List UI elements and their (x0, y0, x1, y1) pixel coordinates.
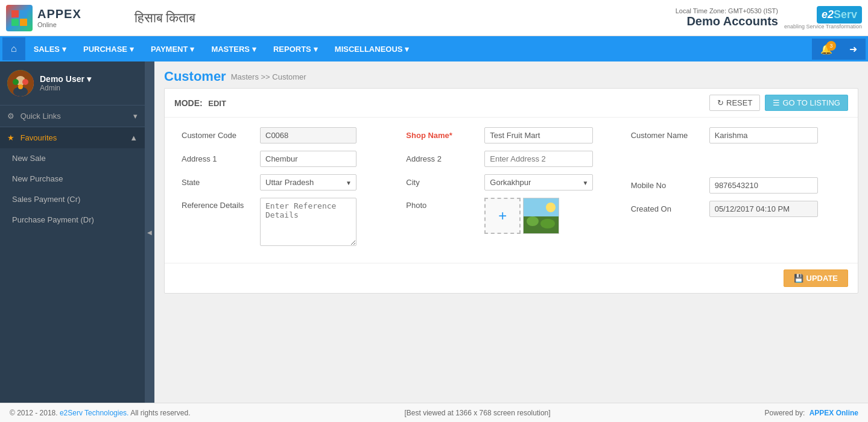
quick-links-header[interactable]: ⚙ Quick Links ▾ (0, 106, 145, 127)
svg-point-8 (22, 79, 28, 85)
svg-rect-1 (20, 10, 27, 17)
breadcrumb: Masters >> Customer (231, 72, 306, 81)
top-right: Local Time Zone: GMT+0530 (IST) Demo Acc… (676, 6, 862, 30)
address1-input[interactable] (260, 151, 356, 167)
sales-dropdown-icon: ▾ (62, 45, 66, 54)
state-label: State (182, 178, 260, 187)
sidebar-item-new-sale[interactable]: New Sale (0, 148, 145, 169)
address1-label: Address 1 (182, 154, 260, 163)
reset-button[interactable]: ↻ RESET (709, 95, 760, 111)
shop-name-input[interactable] (484, 127, 593, 143)
update-icon: 💾 (794, 274, 803, 283)
photo-label: Photo (406, 198, 484, 210)
address1-group: Address 1 (182, 151, 391, 167)
customer-code-group: Customer Code (182, 127, 391, 143)
exit-button[interactable]: ➜ (841, 39, 866, 60)
e2serv-logo: e2Serv (817, 6, 862, 24)
svg-point-7 (13, 79, 19, 85)
update-button[interactable]: 💾 UPDATE (784, 269, 848, 287)
logo-online: Online (37, 21, 81, 28)
footer-left: © 2012 - 2018. e2Serv Technologies. All … (10, 409, 191, 417)
user-area: Demo User ▾ Admin (0, 61, 145, 106)
svg-point-14 (540, 219, 555, 228)
city-label: City (406, 178, 484, 187)
photo-group: Photo + (406, 198, 616, 234)
quick-links-label: ⚙ Quick Links (7, 112, 61, 121)
mode-info: MODE: EDIT (174, 98, 226, 108)
purchase-dropdown-icon: ▾ (130, 45, 134, 54)
shop-name-group: Shop Name* (406, 127, 616, 143)
home-button[interactable]: ⌂ (2, 37, 25, 60)
nav-purchase[interactable]: PURCHASE ▾ (75, 36, 142, 61)
logo-area: APPEX Online हिसाब किताब (6, 5, 195, 31)
top-bar: APPEX Online हिसाब किताब Local Time Zone… (0, 0, 868, 36)
sidebar-item-sales-payment[interactable]: Sales Payment (Cr) (0, 189, 145, 210)
header-actions: ↻ RESET ☰ GO TO LISTING (709, 95, 848, 111)
nav-sales[interactable]: SALES ▾ (25, 36, 75, 61)
logo-text: APPEX Online (37, 7, 81, 28)
user-name[interactable]: Demo User ▾ (40, 74, 91, 84)
company-link[interactable]: e2Serv Technologies. (60, 409, 129, 417)
created-on-input (709, 201, 818, 217)
footer-right: Powered by: APPEX Online (765, 409, 858, 417)
footer: © 2012 - 2018. e2Serv Technologies. All … (0, 403, 868, 422)
customer-name-group: Customer Name (631, 127, 841, 143)
created-on-group: Created On (631, 201, 841, 217)
mobile-label: Mobile No (631, 181, 709, 190)
form-col-2: Shop Name* Address 2 City Gorkakhpur (399, 127, 623, 253)
reference-details-group: Reference Details (182, 198, 391, 246)
sidebar-item-purchase-payment[interactable]: Purchase Payment (Dr) (0, 210, 145, 230)
payment-dropdown-icon: ▾ (190, 45, 194, 54)
spacer-row (631, 151, 841, 177)
main-layout: Demo User ▾ Admin ⚙ Quick Links ▾ ★ Favo… (0, 61, 868, 403)
form-col-1: Customer Code Address 1 State Uttar Prad (174, 127, 399, 253)
quick-links-collapse-icon: ▾ (133, 112, 138, 121)
address2-label: Address 2 (406, 154, 484, 163)
page-header: Customer Masters >> Customer (154, 61, 868, 88)
page-title: Customer (164, 69, 226, 84)
city-select[interactable]: Gorkakhpur Mumbai Delhi (484, 174, 593, 191)
favourites-label: ★ Favourites (7, 133, 57, 142)
state-select[interactable]: Uttar Pradesh Maharashtra Gujarat Delhi (260, 174, 356, 191)
e2serv-sub: enabling Service Transformation (784, 24, 862, 30)
state-group: State Uttar Pradesh Maharashtra Gujarat … (182, 174, 391, 191)
timezone: Local Time Zone: GMT+0530 (IST) (676, 7, 778, 14)
address2-input[interactable] (484, 151, 593, 167)
reports-dropdown-icon: ▾ (314, 45, 318, 54)
form-grid: Customer Code Address 1 State Uttar Prad (174, 127, 848, 253)
app-title: हिसाब किताब (135, 10, 196, 26)
content-area: Customer Masters >> Customer MODE: EDIT … (154, 61, 868, 403)
footer-logo: APPEX Online (809, 409, 858, 417)
photo-preview (523, 198, 559, 234)
shop-name-label: Shop Name* (406, 131, 484, 140)
nav-reports[interactable]: REPORTS ▾ (265, 36, 326, 61)
reference-details-label: Reference Details (182, 198, 260, 210)
nav-payment[interactable]: PAYMENT ▾ (142, 36, 203, 61)
nav-masters[interactable]: MASTERS ▾ (203, 36, 265, 61)
favourites-collapse-icon: ▲ (130, 133, 138, 142)
mobile-input[interactable] (709, 177, 818, 194)
favourites-header[interactable]: ★ Favourites ▲ (0, 127, 145, 148)
mode-value: EDIT (208, 99, 226, 108)
logo-appex: APPEX (37, 7, 81, 21)
collapse-sidebar-button[interactable]: ◀ (145, 61, 154, 403)
go-to-listing-button[interactable]: ☰ GO TO LISTING (765, 95, 848, 111)
svg-point-13 (527, 216, 539, 226)
nav-miscellaneous[interactable]: MISCELLANEOUS ▾ (326, 36, 418, 61)
reference-details-textarea[interactable] (260, 198, 356, 246)
photo-upload-button[interactable]: + (484, 198, 521, 234)
footer-center: [Best viewed at 1366 x 768 screen resolu… (404, 409, 550, 417)
city-group: City Gorkakhpur Mumbai Delhi (406, 174, 616, 191)
bell-button[interactable]: 🔔 3 (812, 39, 841, 60)
navbar: ⌂ SALES ▾ PURCHASE ▾ PAYMENT ▾ MASTERS ▾… (0, 36, 868, 61)
customer-name-label: Customer Name (631, 131, 709, 140)
logo-cube (6, 5, 33, 31)
miscellaneous-dropdown-icon: ▾ (405, 45, 409, 54)
mobile-group: Mobile No (631, 177, 841, 194)
customer-code-input[interactable] (260, 127, 356, 143)
customer-name-input[interactable] (709, 127, 818, 143)
form-card-header: MODE: EDIT ↻ RESET ☰ GO TO LISTING (165, 89, 858, 118)
masters-dropdown-icon: ▾ (252, 45, 256, 54)
sidebar-item-new-purchase[interactable]: New Purchase (0, 169, 145, 189)
avatar (7, 70, 34, 96)
